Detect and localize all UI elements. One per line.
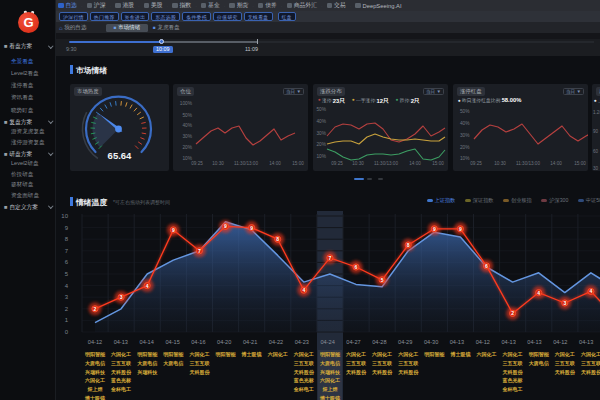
svg-text:04-13: 04-13 <box>450 339 464 345</box>
svg-text:2: 2 <box>511 310 514 316</box>
svg-text:04-29: 04-29 <box>398 339 412 345</box>
svg-text:9: 9 <box>65 225 69 231</box>
svg-text:7: 7 <box>65 248 69 254</box>
svg-text:04-13: 04-13 <box>527 339 541 345</box>
svg-text:9: 9 <box>250 225 253 231</box>
svg-text:8: 8 <box>65 236 69 242</box>
svg-text:04-12: 04-12 <box>476 339 490 345</box>
svg-text:0: 0 <box>65 329 69 335</box>
svg-text:1: 1 <box>65 317 69 323</box>
svg-text:8: 8 <box>276 236 279 242</box>
svg-text:6: 6 <box>485 263 488 269</box>
svg-text:5: 5 <box>65 271 69 277</box>
svg-text:04-22: 04-22 <box>269 339 283 345</box>
svg-text:04-16: 04-16 <box>191 339 205 345</box>
svg-text:7: 7 <box>329 255 332 261</box>
svg-text:3: 3 <box>65 294 69 300</box>
svg-text:04-13: 04-13 <box>501 339 515 345</box>
svg-text:4: 4 <box>65 283 69 289</box>
svg-text:5: 5 <box>381 277 384 283</box>
svg-text:10: 10 <box>61 213 68 219</box>
svg-text:04-13: 04-13 <box>114 339 128 345</box>
svg-text:04-15: 04-15 <box>165 339 179 345</box>
svg-text:9: 9 <box>459 226 462 232</box>
svg-text:4: 4 <box>590 288 593 294</box>
svg-text:04-27: 04-27 <box>346 339 360 345</box>
svg-text:04-30: 04-30 <box>424 339 438 345</box>
svg-text:3: 3 <box>120 294 123 300</box>
svg-text:04-20: 04-20 <box>217 339 231 345</box>
svg-text:04-12: 04-12 <box>88 339 102 345</box>
svg-text:9: 9 <box>433 226 436 232</box>
svg-text:3: 3 <box>563 300 566 306</box>
svg-text:9: 9 <box>172 227 175 233</box>
svg-text:8: 8 <box>407 242 410 248</box>
svg-text:04-28: 04-28 <box>372 339 386 345</box>
svg-text:6: 6 <box>65 259 69 265</box>
svg-text:7: 7 <box>198 248 201 254</box>
svg-text:4: 4 <box>146 283 149 289</box>
svg-text:04-24: 04-24 <box>320 339 334 345</box>
svg-text:2: 2 <box>65 306 69 312</box>
svg-text:04-14: 04-14 <box>140 339 154 345</box>
svg-text:04-23: 04-23 <box>295 339 309 345</box>
svg-text:6: 6 <box>355 264 358 270</box>
svg-text:9: 9 <box>224 223 227 229</box>
svg-text:4: 4 <box>302 287 305 293</box>
svg-text:04-13: 04-13 <box>579 339 593 345</box>
svg-text:2: 2 <box>94 306 97 312</box>
svg-text:4: 4 <box>537 290 540 296</box>
svg-text:04-12: 04-12 <box>553 339 567 345</box>
svg-text:04-21: 04-21 <box>243 339 257 345</box>
